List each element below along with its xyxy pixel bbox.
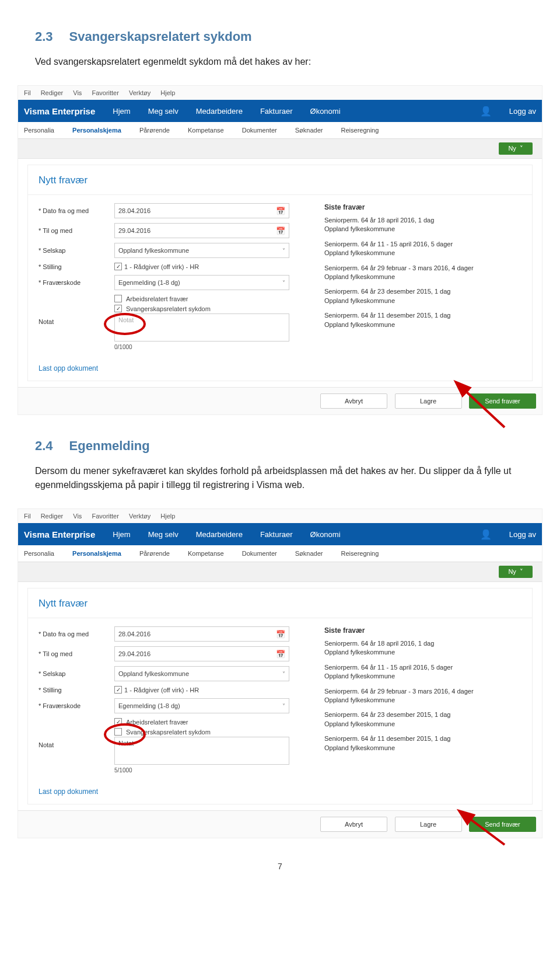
label-dato-fra: * Dato fra og med xyxy=(38,630,114,637)
list-item: Seniorperm. 64 år 29 februar - 3 mars 20… xyxy=(324,264,522,282)
label-stilling: * Stilling xyxy=(38,263,114,270)
subnav-kompetanse[interactable]: Kompetanse xyxy=(188,550,224,557)
chevron-down-icon: ˅ xyxy=(282,671,285,677)
subnav-dokumenter[interactable]: Dokumenter xyxy=(242,127,277,134)
upload-link[interactable]: Last opp dokument xyxy=(28,356,532,381)
subnav-personalskjema[interactable]: Personalskjema xyxy=(72,127,121,134)
send-button[interactable]: Send fravær xyxy=(469,817,536,832)
calendar-icon[interactable]: 📅 xyxy=(276,650,285,659)
section-num: 2.3 xyxy=(35,29,53,44)
menu-edit[interactable]: Rediger xyxy=(41,513,64,520)
label-notat: Notat xyxy=(38,741,114,748)
menu-file[interactable]: Fil xyxy=(24,89,31,96)
calendar-icon[interactable]: 📅 xyxy=(276,630,285,639)
stilling-checkbox[interactable]: ✓ xyxy=(114,686,122,694)
menu-help[interactable]: Hjelp xyxy=(160,89,175,96)
subnav-personalia[interactable]: Personalia xyxy=(24,127,54,134)
nav-medarbeidere[interactable]: Medarbeidere xyxy=(196,530,243,539)
logoff-link[interactable]: Logg av xyxy=(509,107,536,116)
entry-line2: Oppland fylkeskommune xyxy=(324,320,522,329)
send-button[interactable]: Send fravær xyxy=(469,393,536,409)
menu-favorites[interactable]: Favoritter xyxy=(92,513,118,520)
nav-okonomi[interactable]: Økonomi xyxy=(310,530,341,539)
ny-label: Ny xyxy=(508,568,516,575)
nav-fakturaer[interactable]: Fakturaer xyxy=(260,107,293,116)
subnav-personalia[interactable]: Personalia xyxy=(24,550,54,557)
subnav-reiseregning[interactable]: Reiseregning xyxy=(341,550,379,557)
value-dato-fra: 28.04.2016 xyxy=(118,207,150,214)
entry-line1: Seniorperm. 64 år 11 desember 2015, 1 da… xyxy=(324,734,522,743)
nav-megselv[interactable]: Meg selv xyxy=(148,530,178,539)
nav-megselv[interactable]: Meg selv xyxy=(148,107,178,116)
stilling-row[interactable]: ✓ 1 - Rådgiver (off virk) - HR xyxy=(114,686,289,694)
checkbox-svanger[interactable] xyxy=(114,728,122,736)
input-til-og-med[interactable]: 29.04.2016 📅 xyxy=(114,646,289,661)
subnav-soknader[interactable]: Søknader xyxy=(295,127,323,134)
logoff-link[interactable]: Logg av xyxy=(509,530,536,539)
input-dato-fra[interactable]: 28.04.2016 📅 xyxy=(114,203,289,218)
ny-label: Ny xyxy=(508,145,516,152)
siste-fravaer-head: Siste fravær xyxy=(324,626,522,635)
cancel-button[interactable]: Avbryt xyxy=(320,393,387,409)
nav-okonomi[interactable]: Økonomi xyxy=(310,107,341,116)
section-num: 2.4 xyxy=(35,438,53,453)
entry-line2: Oppland fylkeskommune xyxy=(324,225,522,234)
label-svanger: Svangerskapsrelatert sykdom xyxy=(126,729,211,736)
stilling-checkbox[interactable]: ✓ xyxy=(114,263,122,270)
menu-tools[interactable]: Verktøy xyxy=(129,513,150,520)
subnav-reiseregning[interactable]: Reiseregning xyxy=(341,127,379,134)
cancel-button[interactable]: Avbryt xyxy=(320,817,387,832)
entry-line2: Oppland fylkeskommune xyxy=(324,720,522,729)
select-kode[interactable]: Egenmelding (1-8 dg) ˅ xyxy=(114,275,289,290)
ny-button[interactable]: Ny ˅ xyxy=(499,142,533,155)
subnav-parorende[interactable]: Pårørende xyxy=(139,550,170,557)
subnav-parorende[interactable]: Pårørende xyxy=(139,127,170,134)
stilling-row[interactable]: ✓ 1 - Rådgiver (off virk) - HR xyxy=(114,263,289,270)
user-icon[interactable]: 👤 xyxy=(480,106,492,117)
check-svanger[interactable]: ✓ Svangerskapsrelatert sykdom xyxy=(114,305,289,312)
notat-textarea[interactable]: Notat xyxy=(114,737,289,765)
nav-medarbeidere[interactable]: Medarbeidere xyxy=(196,107,243,116)
checkbox-arbeid[interactable]: ✓ xyxy=(114,718,122,726)
select-selskap[interactable]: Oppland fylkeskommune ˅ xyxy=(114,666,289,681)
menu-file[interactable]: Fil xyxy=(24,513,31,520)
list-item: Seniorperm. 64 år 29 februar - 3 mars 20… xyxy=(324,687,522,705)
select-selskap[interactable]: Oppland fylkeskommune ˅ xyxy=(114,243,289,258)
upload-link[interactable]: Last opp dokument xyxy=(28,779,532,804)
nav-hjem[interactable]: Hjem xyxy=(113,107,130,116)
sub-nav: Personalia Personalskjema Pårørende Komp… xyxy=(18,122,542,139)
checkbox-arbeid[interactable] xyxy=(114,295,122,302)
label-dato-fra: * Dato fra og med xyxy=(38,207,114,214)
check-svanger[interactable]: Svangerskapsrelatert sykdom xyxy=(114,728,289,736)
check-arbeid[interactable]: Arbeidsrelatert fravær xyxy=(114,295,289,302)
ny-button[interactable]: Ny ˅ xyxy=(499,566,533,578)
select-kode[interactable]: Egenmelding (1-8 dg) ˅ xyxy=(114,698,289,713)
input-dato-fra[interactable]: 28.04.2016 📅 xyxy=(114,626,289,642)
menu-favorites[interactable]: Favoritter xyxy=(92,89,118,96)
label-arbeid: Arbeidsrelatert fravær xyxy=(126,295,188,302)
save-button[interactable]: Lagre xyxy=(395,817,462,832)
sub-nav: Personalia Personalskjema Pårørende Komp… xyxy=(18,545,542,562)
input-til-og-med[interactable]: 29.04.2016 📅 xyxy=(114,223,289,238)
menu-help[interactable]: Hjelp xyxy=(160,513,175,520)
menu-tools[interactable]: Verktøy xyxy=(129,89,150,96)
nav-hjem[interactable]: Hjem xyxy=(113,530,130,539)
check-arbeid[interactable]: ✓ Arbeidsrelatert fravær xyxy=(114,718,289,726)
calendar-icon[interactable]: 📅 xyxy=(276,227,285,235)
label-selskap: * Selskap xyxy=(38,670,114,677)
menu-view[interactable]: Vis xyxy=(73,513,82,520)
toolbar: Ny ˅ xyxy=(18,562,542,582)
checkbox-svanger[interactable]: ✓ xyxy=(114,305,122,312)
subnav-soknader[interactable]: Søknader xyxy=(295,550,323,557)
calendar-icon[interactable]: 📅 xyxy=(276,207,285,215)
nav-fakturaer[interactable]: Fakturaer xyxy=(260,530,293,539)
subnav-dokumenter[interactable]: Dokumenter xyxy=(242,550,277,557)
subnav-personalskjema[interactable]: Personalskjema xyxy=(72,550,121,557)
entry-line1: Seniorperm. 64 år 18 april 2016, 1 dag xyxy=(324,639,522,648)
menu-edit[interactable]: Rediger xyxy=(41,89,64,96)
user-icon[interactable]: 👤 xyxy=(480,529,492,540)
save-button[interactable]: Lagre xyxy=(395,393,462,409)
notat-textarea[interactable]: Notat xyxy=(114,313,289,342)
menu-view[interactable]: Vis xyxy=(73,89,82,96)
subnav-kompetanse[interactable]: Kompetanse xyxy=(188,127,224,134)
